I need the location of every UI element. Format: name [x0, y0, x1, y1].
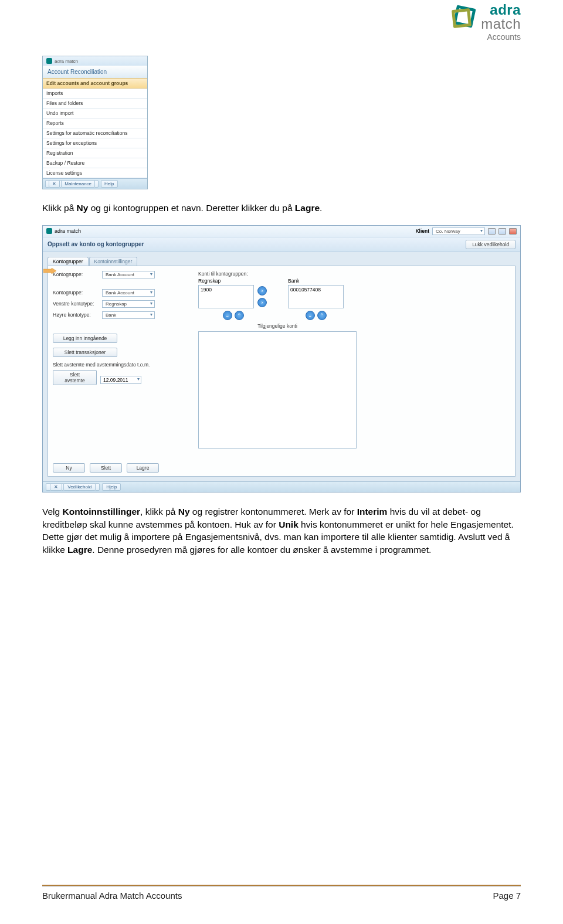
vedlikehold-button[interactable]: ✕ Vedlikehold [46, 483, 100, 491]
klient-label: Klient [415, 228, 429, 234]
menu-item[interactable]: Settings for automatic reconciliations [43, 128, 147, 138]
date-input[interactable]: 12.09.2011 [100, 376, 141, 384]
maintenance-button[interactable]: ✕ Maintenance [45, 180, 99, 188]
instruction-paragraph-2: Velg Kontoinnstillinger, klikk på Ny og … [42, 505, 521, 556]
bank-listbox[interactable]: 00010577408 [288, 285, 344, 308]
available-accounts-listbox[interactable] [198, 331, 357, 449]
menu-item[interactable]: Registration [43, 148, 147, 158]
bank-label: Bank [288, 278, 344, 284]
footer-title: Brukermanual Adra Match Accounts [42, 891, 182, 901]
venstre-kontotype-dropdown[interactable]: Regnskap [102, 300, 155, 308]
move-right-icon[interactable]: › [257, 298, 267, 307]
close-icon[interactable] [509, 228, 517, 235]
app-name: adra match [55, 228, 81, 234]
tab-kontogrupper[interactable]: Kontogrupper [48, 257, 89, 266]
tab-kontoinnstillinger[interactable]: Kontoinnstillinger [89, 257, 138, 266]
move-down-icon[interactable]: ⌄ [306, 311, 315, 320]
kontogruppe-label: Kontogruppe: [53, 271, 99, 277]
hoyre-kontotype-label: Høyre kontotype: [53, 312, 99, 318]
brand-logo: adra match Accounts [450, 3, 521, 42]
app-name: adra match [55, 59, 78, 64]
ny-button[interactable]: Ny [53, 463, 85, 473]
move-up-icon[interactable]: ⌃ [317, 311, 327, 320]
page-footer: Brukermanual Adra Match Accounts Page 7 [42, 885, 521, 901]
instruction-paragraph-1: Klikk på Ny og gi kontogruppen et navn. … [42, 202, 521, 215]
maximize-icon[interactable] [498, 228, 506, 235]
kontogruppe-dropdown[interactable]: Bank Account [102, 271, 155, 278]
window-title: Account Reconciliation [43, 66, 147, 78]
klient-dropdown[interactable]: Co. Norway [432, 227, 485, 235]
pointer-arrow-icon [43, 268, 56, 274]
regnskap-listbox[interactable]: 1900 [198, 285, 254, 308]
regnskap-label: Regnskap [198, 278, 268, 284]
menu-item[interactable]: Backup / Restore [43, 158, 147, 168]
kontogruppe-name-input[interactable]: Bank Account [102, 289, 155, 297]
konti-header: Konti til kontogruppen: [198, 271, 357, 277]
svg-marker-0 [43, 268, 56, 274]
logo-icon [450, 4, 477, 30]
move-up-icon[interactable]: ⌃ [235, 311, 244, 320]
menu-item[interactable]: Imports [43, 89, 147, 98]
slett-transaksjoner-button[interactable]: Slett transaksjoner [53, 348, 117, 357]
bottom-toolbar: ✕ Maintenance Help [43, 178, 147, 189]
hjelp-button[interactable]: Hjelp [102, 483, 121, 491]
hoyre-kontotype-dropdown[interactable]: Bank [102, 311, 155, 319]
footer-page: Page 7 [493, 891, 521, 901]
menu-item[interactable]: Settings for exceptions [43, 138, 147, 148]
menu-item[interactable]: Undo import [43, 108, 147, 118]
slett-button[interactable]: Slett [90, 463, 122, 473]
slett-avstemte-button[interactable]: Slett avstemte [53, 370, 97, 385]
menu-item[interactable]: Files and folders [43, 98, 147, 108]
menu-item[interactable]: License settings [43, 168, 147, 178]
venstre-kontotype-label: Venstre kontotype: [53, 301, 99, 307]
minimize-icon[interactable] [488, 228, 496, 235]
move-right-icon[interactable]: › [257, 286, 267, 295]
tilgjengelige-label: Tilgjengelige konti [198, 323, 357, 329]
logo-subtext: Accounts [450, 32, 521, 42]
slett-avstemte-label: Slett avstemte med avstemmingsdato t.o.m… [53, 362, 170, 368]
menu-list: ImportsFiles and foldersUndo importRepor… [43, 89, 147, 178]
move-down-icon[interactable]: ⌄ [223, 311, 232, 320]
screenshot-menu-panel: adra match Account Reconciliation Edit a… [42, 56, 148, 189]
page-title: Oppsett av konto og kontogrupper [48, 241, 144, 247]
screenshot-account-setup: adra match Klient Co. Norway Oppsett av … [42, 225, 521, 492]
close-maintenance-button[interactable]: Lukk vedlikehold [466, 240, 515, 249]
lagre-button[interactable]: Lagre [127, 463, 159, 473]
kontogruppe2-label: Kontogruppe: [53, 290, 99, 295]
app-logo-icon [46, 228, 52, 234]
menu-item[interactable]: Reports [43, 118, 147, 128]
logo-text-1: adra [481, 3, 521, 17]
legg-inn-button[interactable]: Legg inn inngående [53, 334, 117, 343]
logo-text-2: match [481, 17, 521, 31]
help-button[interactable]: Help [101, 180, 117, 188]
app-logo-icon [46, 58, 52, 64]
panel-header[interactable]: Edit accounts and account groups [43, 78, 147, 89]
